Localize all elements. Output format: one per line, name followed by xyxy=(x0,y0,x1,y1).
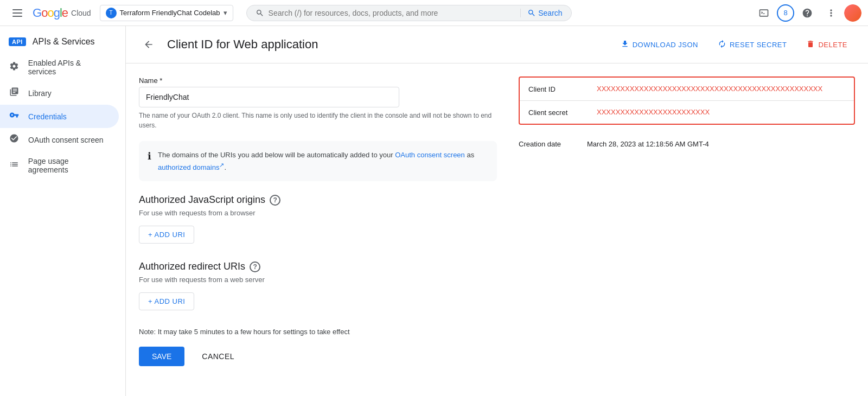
sidebar-item-library[interactable]: Library xyxy=(0,81,119,105)
download-icon xyxy=(621,40,629,50)
creation-date-value: March 28, 2023 at 12:18:56 AM GMT-4 xyxy=(587,140,709,148)
right-panel: Client ID XXXXXXXXXXXXXXXXXXXXXXXXXXXXXX… xyxy=(519,76,855,366)
search-icon-inline xyxy=(256,9,264,17)
action-buttons: SAVE CANCEL xyxy=(139,347,497,366)
creation-date-row: Creation date March 28, 2023 at 12:18:56… xyxy=(519,133,855,148)
delete-button[interactable]: DELETE xyxy=(799,35,855,54)
api-badge: API xyxy=(9,37,26,46)
topbar-icons: 8 xyxy=(753,2,861,24)
name-hint: The name of your OAuth 2.0 client. This … xyxy=(139,111,497,130)
menu-icon[interactable] xyxy=(7,2,28,24)
help-icon-btn[interactable] xyxy=(796,2,818,24)
sidebar-item-enabled-apis[interactable]: Enabled APIs & services xyxy=(0,53,119,81)
info-text-middle: as xyxy=(465,151,474,159)
enabled-apis-icon xyxy=(9,61,20,74)
cancel-button[interactable]: CANCEL xyxy=(189,347,247,366)
sidebar-label-credentials: Credentials xyxy=(28,112,67,121)
oauth-consent-link[interactable]: OAuth consent screen xyxy=(395,151,465,159)
page-usage-icon xyxy=(9,159,20,172)
name-label-text: Name * xyxy=(139,76,162,85)
client-secret-value: XXXXXXXXXXXXXXXXXXXXXXXX xyxy=(597,107,710,117)
js-origins-section: Authorized JavaScript origins ? For use … xyxy=(139,194,497,244)
creation-date-label: Creation date xyxy=(519,140,578,148)
reset-secret-button[interactable]: RESET SECRET xyxy=(710,35,794,54)
terminal-icon-btn[interactable] xyxy=(753,2,775,24)
client-id-label: Client ID xyxy=(528,84,588,93)
js-origins-title-text: Authorized JavaScript origins xyxy=(139,194,265,206)
search-box: Search xyxy=(246,5,572,21)
user-avatar[interactable] xyxy=(844,4,861,22)
redirect-uris-subtitle: For use with requests from a web server xyxy=(139,276,497,284)
client-secret-label: Client secret xyxy=(528,107,588,117)
sidebar-label-page-usage: Page usage agreements xyxy=(28,157,110,174)
add-uri-button-2[interactable]: + ADD URI xyxy=(139,292,194,310)
cloud-text: Cloud xyxy=(71,9,91,17)
sidebar-label-enabled-apis: Enabled APIs & services xyxy=(28,59,110,76)
sidebar-title: APIs & Services xyxy=(33,37,95,47)
google-logo: Google xyxy=(33,6,68,20)
client-id-value: XXXXXXXXXXXXXXXXXXXXXXXXXXXXXXXXXXXXXXXX… xyxy=(597,84,822,94)
redirect-uris-help-icon[interactable]: ? xyxy=(250,261,260,272)
svg-rect-0 xyxy=(12,9,22,10)
redirect-uris-title-text: Authorized redirect URIs xyxy=(139,261,245,272)
redirect-uris-title: Authorized redirect URIs ? xyxy=(139,261,497,272)
save-button[interactable]: SAVE xyxy=(139,347,184,366)
sidebar-label-library: Library xyxy=(28,89,52,98)
reset-icon xyxy=(718,40,726,50)
sidebar-label-oauth: OAuth consent screen xyxy=(28,136,104,144)
search-btn-label: Search xyxy=(538,9,562,17)
info-box: ℹ The domains of the URIs you add below … xyxy=(139,141,497,181)
download-json-label: DOWNLOAD JSON xyxy=(633,41,698,49)
project-selector[interactable]: T Terraform FriendlyChat Codelab ▾ xyxy=(100,5,233,21)
js-origins-help-icon[interactable]: ? xyxy=(270,195,280,206)
add-uri-2-label: + ADD URI xyxy=(148,297,185,305)
dropdown-icon: ▾ xyxy=(224,9,227,17)
oauth-icon xyxy=(9,133,20,146)
topbar: Google Cloud T Terraform FriendlyChat Co… xyxy=(0,0,868,26)
svg-rect-2 xyxy=(12,16,22,17)
content-area: Client ID for Web application DOWNLOAD J… xyxy=(126,26,868,396)
more-icon-btn[interactable] xyxy=(820,2,842,24)
svg-rect-1 xyxy=(12,12,22,14)
info-text-after: . xyxy=(224,163,226,171)
back-button[interactable] xyxy=(139,35,158,54)
sidebar-item-credentials[interactable]: Credentials xyxy=(0,105,119,128)
library-icon xyxy=(9,87,20,99)
sidebar-item-oauth[interactable]: OAuth consent screen xyxy=(0,128,119,151)
settings-note: Note: It may take 5 minutes to a few hou… xyxy=(139,328,497,336)
client-info-box: Client ID XXXXXXXXXXXXXXXXXXXXXXXXXXXXXX… xyxy=(519,76,855,125)
delete-icon xyxy=(806,40,815,50)
download-json-button[interactable]: DOWNLOAD JSON xyxy=(613,35,706,54)
client-secret-row: Client secret XXXXXXXXXXXXXXXXXXXXXXXX xyxy=(520,101,854,124)
credentials-icon xyxy=(9,110,20,123)
main-layout: API APIs & Services Enabled APIs & servi… xyxy=(0,26,868,396)
notification-badge[interactable]: 8 xyxy=(777,4,794,22)
search-input[interactable] xyxy=(269,9,516,17)
project-avatar: T xyxy=(106,8,117,18)
header-actions: DOWNLOAD JSON RESET SECRET DELETE xyxy=(613,35,855,54)
sidebar: API APIs & Services Enabled APIs & servi… xyxy=(0,26,126,396)
client-id-row: Client ID XXXXXXXXXXXXXXXXXXXXXXXXXXXXXX… xyxy=(520,78,854,101)
search-area: Search xyxy=(246,5,572,21)
redirect-uris-section: Authorized redirect URIs ? For use with … xyxy=(139,261,497,310)
project-name: Terraform FriendlyChat Codelab xyxy=(120,9,220,17)
add-uri-button-1[interactable]: + ADD URI xyxy=(139,226,194,244)
js-origins-subtitle: For use with requests from a browser xyxy=(139,209,497,217)
name-input[interactable] xyxy=(139,87,399,107)
sidebar-item-page-usage[interactable]: Page usage agreements xyxy=(0,151,119,180)
info-text: The domains of the URIs you add below wi… xyxy=(158,150,488,173)
authorized-domains-link[interactable]: authorized domains xyxy=(158,163,219,171)
main-content: Name * The name of your OAuth 2.0 client… xyxy=(126,63,868,379)
google-cloud-logo: Google Cloud xyxy=(33,6,91,20)
sidebar-header: API APIs & Services xyxy=(0,30,125,53)
reset-secret-label: RESET SECRET xyxy=(730,41,787,49)
delete-label: DELETE xyxy=(818,41,847,49)
left-panel: Name * The name of your OAuth 2.0 client… xyxy=(139,76,497,366)
page-title: Client ID for Web application xyxy=(167,37,604,52)
page-header: Client ID for Web application DOWNLOAD J… xyxy=(126,26,868,63)
info-text-before: The domains of the URIs you add below wi… xyxy=(158,151,395,159)
js-origins-title: Authorized JavaScript origins ? xyxy=(139,194,497,206)
search-button[interactable]: Search xyxy=(520,9,562,17)
info-icon: ℹ xyxy=(148,150,151,173)
name-field-label: Name * xyxy=(139,76,497,85)
